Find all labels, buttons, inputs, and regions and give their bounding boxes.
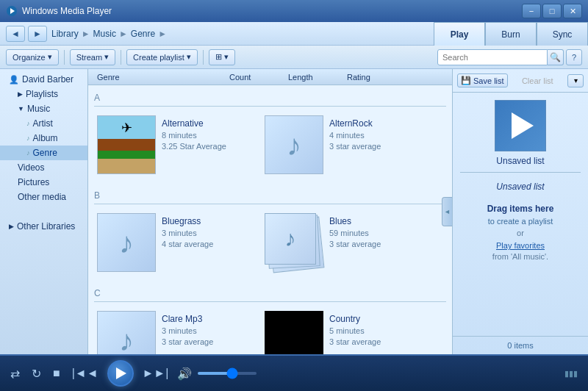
or-text: or	[517, 229, 524, 237]
sidebar-item-other-libraries[interactable]: ▶ Other Libraries	[0, 219, 87, 234]
music-note-icon: ♪	[287, 129, 301, 162]
view-icon: ⊞	[215, 52, 222, 62]
window-controls: − □ ✕	[522, 4, 582, 18]
next-button[interactable]: ►►|	[140, 365, 172, 381]
help-button[interactable]: ?	[566, 49, 582, 65]
toolbar: Organize ▾ Stream ▾ Create playlist ▾ ⊞ …	[0, 46, 588, 69]
shuffle-button[interactable]: ⇄	[7, 365, 23, 382]
sidebar-item-other-media[interactable]: Other media	[0, 190, 87, 204]
col-count[interactable]: Count	[223, 73, 282, 82]
bluegrass-thumb: ♪	[97, 213, 156, 272]
column-headers: Genre Count Length Rating	[88, 69, 452, 85]
stop-button[interactable]: ■	[50, 365, 63, 381]
music-note-icon: ♪	[119, 324, 134, 355]
user-icon: 👤	[9, 75, 19, 85]
search-input[interactable]	[437, 49, 548, 65]
from-text: from 'All music'.	[492, 252, 548, 261]
section-a-grid: ✈ Alternative 8 minutes 3.25 Star Averag…	[94, 112, 446, 177]
sidebar-item-album[interactable]: ♪ Album	[0, 131, 87, 146]
view-options-button[interactable]: ⊞ ▾	[209, 49, 235, 65]
tab-play[interactable]: Play	[434, 22, 485, 46]
play-favorites-link[interactable]: Play favorites	[496, 241, 545, 250]
bottom-controls-bar: ⇄ ↻ ■ |◄◄ ►►| 🔊 ▮▮▮	[0, 354, 588, 391]
album-icon: ♪	[26, 134, 30, 142]
section-c-label: C	[94, 284, 446, 302]
country-meta: 5 minutes 3 star average	[329, 326, 420, 348]
unsaved-list-label: Unsaved list	[496, 156, 544, 166]
create-playlist-button[interactable]: Create playlist ▾	[126, 49, 198, 65]
sidebar-item-videos[interactable]: Videos	[0, 160, 87, 175]
list-item[interactable]: Country 5 minutes 3 star average	[262, 308, 423, 354]
tab-sync[interactable]: Sync	[537, 22, 588, 46]
search-box: 🔍 ?	[437, 49, 582, 65]
nav-bar: ◄ ► Library ► Music ► Genre ►	[0, 22, 434, 46]
list-item[interactable]: ♪ Clare Mp3 3 minutes 3 star average	[94, 308, 256, 354]
sidebar-item-artist[interactable]: ♪ Artist	[0, 116, 87, 131]
section-c-grid: ♪ Clare Mp3 3 minutes 3 star average Cou	[94, 308, 446, 354]
play-pause-button[interactable]	[107, 360, 134, 387]
toolbar-separator-2	[121, 50, 121, 65]
genre-icon: ♪	[26, 149, 30, 157]
content-area: Genre Count Length Rating A ✈ Alternativ…	[88, 69, 452, 354]
section-a-label: A	[94, 88, 446, 107]
title-bar: Windows Media Player − □ ✕	[0, 0, 588, 22]
blues-name: Blues	[329, 216, 420, 226]
play-triangle-icon	[512, 112, 534, 139]
clear-list-button[interactable]: Clear list	[519, 75, 556, 87]
maximize-button[interactable]: □	[542, 4, 562, 18]
organize-button[interactable]: Organize ▾	[6, 49, 59, 65]
section-b-grid: ♪ Bluegrass 3 minutes 4 star average	[94, 210, 446, 275]
collapse-panel-button[interactable]: ◄	[442, 197, 452, 226]
breadcrumb-genre[interactable]: Genre	[131, 29, 155, 39]
list-item[interactable]: ♪ AlternRock 4 minutes 3 star average	[262, 112, 423, 177]
alternative-meta: 8 minutes 3.25 Star Average	[162, 130, 253, 153]
claremp3-info: Clare Mp3 3 minutes 3 star average	[162, 311, 253, 348]
list-item[interactable]: ✈ Alternative 8 minutes 3.25 Star Averag…	[94, 112, 256, 177]
previous-button[interactable]: |◄◄	[69, 365, 101, 381]
volume-slider[interactable]	[198, 372, 257, 375]
forward-button[interactable]: ►	[28, 26, 47, 42]
search-button[interactable]: 🔍	[548, 49, 564, 65]
alternative-thumb: ✈	[97, 115, 156, 174]
window-title: Windows Media Player	[22, 6, 522, 16]
back-button[interactable]: ◄	[6, 26, 25, 42]
minimize-button[interactable]: −	[522, 4, 541, 18]
save-list-button[interactable]: 💾 Save list	[457, 73, 508, 87]
col-rating[interactable]: Rating	[341, 73, 449, 82]
stream-chevron-icon: ▾	[104, 52, 109, 62]
alternrock-thumb: ♪	[265, 115, 323, 174]
country-thumb	[265, 311, 323, 354]
tab-burn[interactable]: Burn	[485, 22, 537, 46]
volume-icon[interactable]: 🔊	[177, 367, 192, 381]
section-b-label: B	[94, 186, 446, 204]
close-button[interactable]: ✕	[563, 4, 582, 18]
col-genre[interactable]: Genre	[91, 73, 223, 82]
playlist-thumbnail	[495, 100, 546, 151]
sidebar-item-user[interactable]: 👤 David Barber	[0, 72, 87, 87]
sidebar-item-genre[interactable]: ♪ Genre	[0, 146, 87, 160]
toolbar-separator-1	[64, 50, 65, 65]
artist-icon: ♪	[26, 120, 30, 127]
sidebar-item-pictures[interactable]: Pictures	[0, 175, 87, 190]
alternative-info: Alternative 8 minutes 3.25 Star Average	[162, 115, 253, 153]
repeat-button[interactable]: ↻	[29, 365, 44, 382]
sidebar-item-music[interactable]: ▼ Music	[0, 101, 87, 116]
drag-here-text: Drag items here	[487, 204, 554, 214]
sidebar-item-playlists[interactable]: ▶ Playlists	[0, 87, 87, 101]
other-libs-icon: ▶	[9, 223, 14, 230]
stream-button[interactable]: Stream ▾	[70, 49, 115, 65]
right-panel-content: Unsaved list Unsaved list Drag items her…	[453, 93, 588, 336]
right-view-options-button[interactable]: ▾	[567, 74, 584, 87]
right-panel-section: ◄ 💾 Save list Clear list ▾ Unsaved list …	[452, 69, 588, 354]
list-item[interactable]: ♪ Bluegrass 3 minutes 4 star average	[94, 210, 256, 275]
item-count-label: 0 items	[507, 341, 533, 350]
organize-chevron-icon: ▾	[48, 52, 52, 62]
alternrock-name: AlternRock	[329, 118, 420, 129]
alternrock-info: AlternRock 4 minutes 3 star average	[329, 115, 420, 153]
list-item[interactable]: ♪ ♪ ♪ Blues 59 minutes 3 star av	[262, 210, 423, 275]
tab-bar: Play Burn Sync	[434, 22, 588, 46]
breadcrumb-music[interactable]: Music	[93, 29, 116, 39]
col-length[interactable]: Length	[282, 73, 341, 82]
drag-sub-text: to create a playlist	[488, 217, 553, 226]
breadcrumb-library[interactable]: Library	[51, 29, 79, 39]
